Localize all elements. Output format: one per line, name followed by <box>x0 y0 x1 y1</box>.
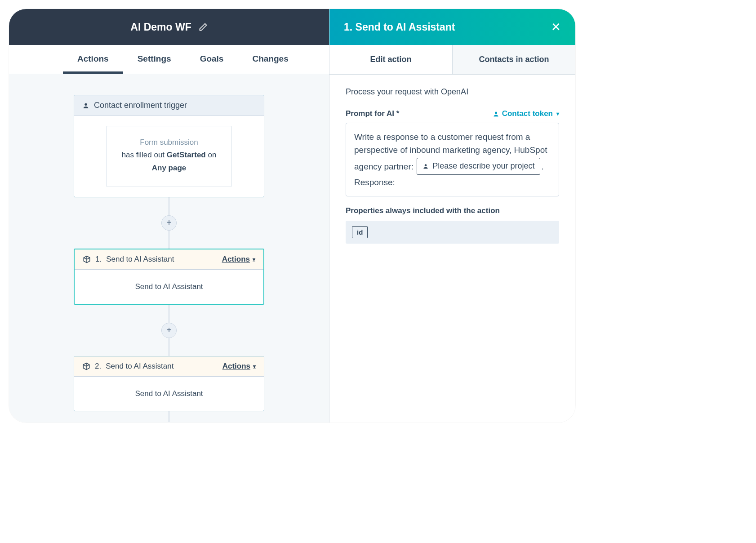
tab-goals[interactable]: Goals <box>186 45 238 74</box>
prompt-label: Prompt for AI * <box>346 109 399 118</box>
action-1-body: Send to AI Assistant <box>75 270 263 304</box>
contact-icon <box>493 111 499 117</box>
connector-line <box>169 411 169 422</box>
prompt-input[interactable]: Write a response to a customer request f… <box>346 123 559 196</box>
action-2-menu[interactable]: Actions ▾ <box>222 362 256 371</box>
app-window: AI Demo WF Actions Settings Goals Change… <box>9 9 575 423</box>
action-description: Process your request with OpenAI <box>346 87 559 97</box>
add-step-button[interactable]: + <box>161 215 177 231</box>
trigger-title: Contact enrollment trigger <box>94 101 187 110</box>
action-node-1[interactable]: 1. Send to AI Assistant Actions ▾ Send t… <box>74 249 264 305</box>
action-2-body: Send to AI Assistant <box>74 377 264 411</box>
workflow-header: AI Demo WF <box>9 9 329 45</box>
contact-token-link[interactable]: Contact token ▾ <box>493 109 559 118</box>
connector-line <box>169 231 169 249</box>
main-tabs: Actions Settings Goals Changes <box>9 45 329 74</box>
action-1-header: 1. Send to AI Assistant Actions ▾ <box>75 249 263 270</box>
action-1-title: Send to AI Assistant <box>106 255 174 264</box>
trigger-node[interactable]: Contact enrollment trigger Form submissi… <box>74 95 264 197</box>
connector-line <box>169 197 169 215</box>
left-pane: AI Demo WF Actions Settings Goals Change… <box>9 9 329 423</box>
included-props-label: Properties always included with the acti… <box>346 206 559 215</box>
trigger-criteria-text: has filled out GetStarted on Any page <box>116 149 222 175</box>
connector-line <box>169 338 169 356</box>
close-icon[interactable]: ✕ <box>551 20 561 34</box>
panel-tab-contacts[interactable]: Contacts in action <box>452 45 575 74</box>
chevron-down-icon: ▾ <box>253 363 256 369</box>
tab-changes[interactable]: Changes <box>238 45 302 74</box>
prop-chip-id[interactable]: id <box>352 226 368 238</box>
trigger-type-label: Form submission <box>116 138 222 147</box>
add-step-button[interactable]: + <box>161 323 177 338</box>
edit-title-icon[interactable] <box>199 22 208 31</box>
action-2-header: 2. Send to AI Assistant Actions ▾ <box>74 356 264 377</box>
panel-body: Process your request with OpenAI Prompt … <box>329 75 575 256</box>
trigger-body: Form submission has filled out GetStarte… <box>74 116 264 197</box>
prompt-field-row: Prompt for AI * Contact token ▾ <box>346 109 559 118</box>
side-panel: 1. Send to AI Assistant ✕ Edit action Co… <box>329 9 575 423</box>
panel-header: 1. Send to AI Assistant ✕ <box>329 9 575 45</box>
panel-tabs: Edit action Contacts in action <box>329 45 575 75</box>
contact-icon <box>422 163 429 169</box>
trigger-header: Contact enrollment trigger <box>74 95 264 116</box>
chevron-down-icon: ▾ <box>253 256 255 263</box>
action-1-menu[interactable]: Actions ▾ <box>222 255 255 264</box>
cube-icon <box>83 255 91 263</box>
trigger-criteria-card[interactable]: Form submission has filled out GetStarte… <box>106 126 232 187</box>
panel-title: 1. Send to AI Assistant <box>344 21 551 33</box>
action-node-2[interactable]: 2. Send to AI Assistant Actions ▾ Send t… <box>74 356 264 411</box>
svg-point-0 <box>84 103 87 105</box>
panel-tab-edit[interactable]: Edit action <box>329 45 452 74</box>
included-props-box: id <box>346 221 559 244</box>
svg-point-2 <box>425 164 427 166</box>
connector-line <box>169 305 169 323</box>
workflow-title: AI Demo WF <box>130 21 191 33</box>
chevron-down-icon: ▾ <box>556 111 559 117</box>
tab-settings[interactable]: Settings <box>123 45 186 74</box>
action-2-title: Send to AI Assistant <box>106 362 173 371</box>
workflow-canvas[interactable]: Contact enrollment trigger Form submissi… <box>9 74 329 423</box>
action-1-index: 1. <box>95 255 102 264</box>
action-2-index: 2. <box>95 362 101 371</box>
prompt-token-chip[interactable]: Please describe your project <box>417 158 540 175</box>
cube-icon <box>82 362 90 370</box>
contact-icon <box>82 102 89 109</box>
svg-point-1 <box>495 111 497 114</box>
tab-actions[interactable]: Actions <box>63 45 123 74</box>
